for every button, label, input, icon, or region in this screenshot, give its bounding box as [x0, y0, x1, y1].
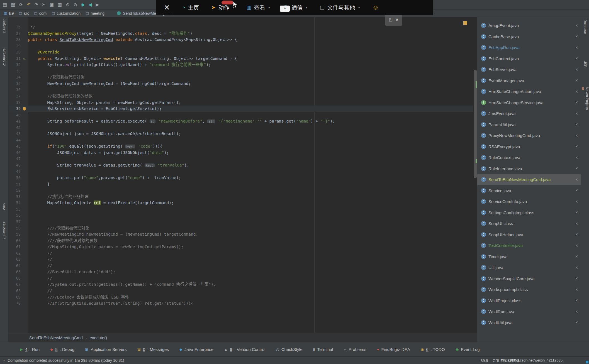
- file-list-item[interactable]: CEventManager.java✕: [477, 75, 581, 86]
- tool-window-button-checkstyle[interactable]: ◎CheckStyle: [276, 347, 302, 352]
- line-number[interactable]: 64: [8, 263, 21, 269]
- file-list-item[interactable]: IHrmStateChangeService.java✕: [477, 97, 581, 108]
- line-number[interactable]: 51: [8, 181, 21, 187]
- code-line-42[interactable]: 42: [8, 124, 473, 131]
- save-all-icon[interactable]: ▦: [11, 3, 15, 7]
- code-line-62[interactable]: 62 //: [8, 250, 473, 256]
- open-folder-icon[interactable]: ▤: [3, 3, 7, 7]
- tool-window-button-java-enterprise[interactable]: ◆Java Enterprise: [179, 347, 213, 352]
- code-line-43[interactable]: 43 JSONObject json = JSONObject.parseObj…: [8, 131, 473, 137]
- code-line-26[interactable]: 26 */: [8, 24, 473, 30]
- line-number[interactable]: 32: [8, 62, 21, 68]
- line-number[interactable]: 33: [8, 68, 21, 74]
- tool-window-button-5--debug[interactable]: ◆5: Debug: [50, 347, 74, 352]
- code-line-33[interactable]: 33: [8, 68, 473, 74]
- close-icon[interactable]: ✕: [575, 123, 578, 126]
- override-marker-icon[interactable]: ○: [23, 57, 25, 60]
- line-number[interactable]: 29: [8, 43, 21, 49]
- close-icon[interactable]: ✕: [575, 156, 578, 160]
- file-list-item[interactable]: CRuleInterface.java✕: [477, 163, 581, 174]
- line-number[interactable]: 37: [8, 93, 21, 99]
- line-number[interactable]: 42: [8, 124, 21, 131]
- tool-button-z--structure[interactable]: Z: Structure: [0, 48, 8, 66]
- code-line-68[interactable]: 68 //: [8, 288, 473, 294]
- file-list-item[interactable]: CTestController.java✕: [477, 240, 581, 251]
- intention-bulb-icon[interactable]: [23, 107, 26, 110]
- close-icon[interactable]: ✕: [575, 134, 578, 138]
- tool-window-button-findbugs-idea[interactable]: ●FindBugs-IDEA: [377, 347, 410, 352]
- tool-window-button-6--todo[interactable]: ◉6: TODO: [421, 347, 445, 352]
- close-icon[interactable]: ✕: [575, 244, 578, 248]
- code-line-44[interactable]: 44: [8, 137, 473, 143]
- line-number[interactable]: 43: [8, 131, 21, 137]
- close-icon[interactable]: ✕: [575, 310, 578, 314]
- close-icon[interactable]: ✕: [575, 68, 578, 72]
- find-icon[interactable]: ⊙: [66, 3, 69, 7]
- emoji-icon[interactable]: ☺: [372, 4, 379, 11]
- code-line-61[interactable]: 61 //Map<String,Object> params = newMeet…: [8, 244, 473, 250]
- tool-window-button-event-log[interactable]: ◉Event Log: [456, 347, 480, 352]
- file-list-item[interactable]: CService.java✕: [477, 185, 581, 196]
- code-line-31[interactable]: 31○ public Map<String, Object> execute( …: [8, 55, 473, 62]
- line-number[interactable]: 63: [8, 256, 21, 263]
- line-number[interactable]: 55: [8, 206, 21, 212]
- breadcrumb-item-src[interactable]: ▤src: [19, 11, 29, 16]
- line-number[interactable]: 27: [8, 30, 21, 37]
- code-line-69[interactable]: 69 ////Ecology 会议创建成功触发 ESB 事件: [8, 294, 473, 301]
- caret-position[interactable]: 39:9: [481, 358, 488, 363]
- file-list-item[interactable]: CWsdlUtil.java✕: [477, 317, 581, 328]
- code-line-28[interactable]: 28public class SendToEsbNewMeetingCmd ex…: [8, 36, 473, 43]
- tool-window-button-terminal[interactable]: ▮Terminal: [313, 347, 333, 352]
- line-number[interactable]: 56: [8, 212, 21, 219]
- code-line-40[interactable]: 40: [8, 112, 473, 118]
- close-icon[interactable]: ✕: [575, 101, 578, 104]
- line-number[interactable]: 35: [8, 80, 21, 87]
- code-line-47[interactable]: 47: [8, 156, 473, 162]
- code-line-34[interactable]: 34 //获取到被代理对象: [8, 74, 473, 80]
- file-list-item[interactable]: CWorkspaceImpl.class✕: [477, 284, 581, 295]
- editor-float-controls[interactable]: ◳ ∧: [385, 13, 402, 26]
- close-icon[interactable]: ✕: [575, 277, 578, 280]
- file-list-item[interactable]: CSettingsConfigImpl.class✕: [477, 207, 581, 218]
- close-icon[interactable]: ✕: [575, 35, 578, 38]
- file-list-item[interactable]: CEsbContext.java✕: [477, 53, 581, 64]
- close-icon[interactable]: ✕: [575, 79, 578, 82]
- line-number[interactable]: 62: [8, 250, 21, 256]
- line-number[interactable]: 48: [8, 162, 21, 168]
- line-number[interactable]: 59: [8, 231, 21, 238]
- code-line-32[interactable]: 32 System.out.println(getClass().getName…: [8, 62, 473, 68]
- close-icon[interactable]: ✕: [575, 46, 578, 50]
- file-list-item[interactable]: CTimer.java✕: [477, 251, 581, 262]
- line-number[interactable]: 66: [8, 275, 21, 282]
- close-overlay-button[interactable]: ✕: [164, 4, 170, 11]
- close-icon[interactable]: ✕: [575, 321, 578, 324]
- code-line-65[interactable]: 65 //Base64Util.encoder("ddd");: [8, 269, 473, 275]
- line-number[interactable]: 34: [8, 74, 21, 80]
- line-number[interactable]: 49: [8, 168, 21, 175]
- close-icon[interactable]: ✕: [575, 167, 578, 170]
- code-editor[interactable]: 26 */27@CommandDynamicProxy(target = New…: [8, 17, 477, 333]
- paste-icon[interactable]: ▥: [58, 3, 62, 7]
- line-number[interactable]: 50: [8, 175, 21, 181]
- sync-icon[interactable]: ⟳: [19, 3, 23, 7]
- close-icon[interactable]: ✕: [575, 211, 578, 214]
- copy-icon[interactable]: ▣: [50, 3, 54, 7]
- line-number[interactable]: 38: [8, 99, 21, 106]
- back-icon[interactable]: ◀: [88, 3, 92, 7]
- code-line-53[interactable]: 53 //执行标准的业务处理: [8, 194, 473, 200]
- line-number[interactable]: 41: [8, 118, 21, 124]
- close-icon[interactable]: ✕: [575, 288, 578, 292]
- file-list-item[interactable]: CUtil.java✕: [477, 262, 581, 273]
- code-line-30[interactable]: 30 @Override: [8, 49, 473, 55]
- code-line-57[interactable]: 57: [8, 219, 473, 225]
- code-line-54[interactable]: 54 Map<String,Object> ret = nextExecute(…: [8, 200, 473, 206]
- line-number[interactable]: 65: [8, 269, 21, 275]
- close-icon[interactable]: ✕: [575, 24, 578, 28]
- line-number[interactable]: 69: [8, 294, 21, 301]
- line-number[interactable]: 40: [8, 112, 21, 118]
- line-number[interactable]: 68: [8, 288, 21, 294]
- code-line-50[interactable]: 50 params.put("name",params.get("name") …: [8, 175, 473, 181]
- file-list-item[interactable]: CParamUtil.java✕: [477, 119, 581, 130]
- breadcrumb-item-e9[interactable]: ▦E9: [4, 11, 14, 16]
- line-number[interactable]: 67: [8, 281, 21, 288]
